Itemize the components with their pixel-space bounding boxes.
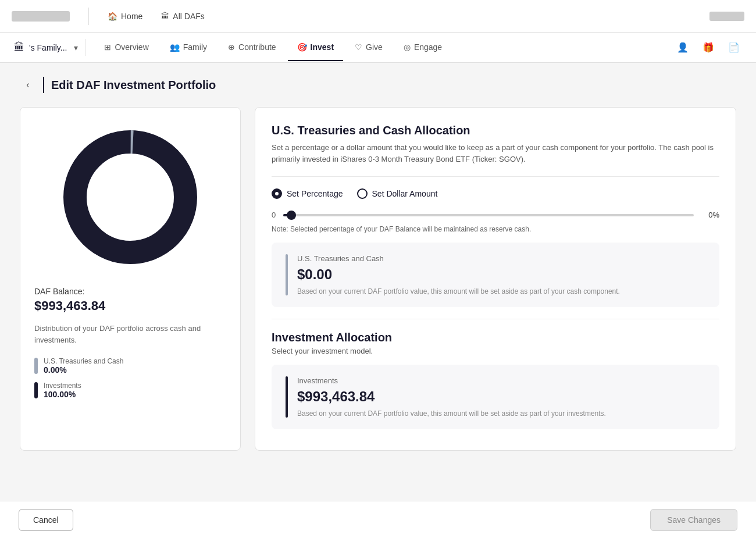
tab-contribute[interactable]: ⊕ Contribute: [219, 34, 286, 61]
top-nav: 🏠 Home 🏛 All DAFs: [0, 0, 756, 33]
legend-cash-name: U.S. Treasuries and Cash: [44, 357, 123, 365]
main-layout: DAF Balance: $993,463.84 Distribution of…: [20, 107, 736, 451]
slider-thumb[interactable]: [287, 211, 296, 220]
slider-note: Note: Selected percentage of your DAF Ba…: [272, 225, 719, 233]
tab-overview-label: Overview: [115, 42, 148, 52]
svg-point-0: [75, 142, 186, 252]
fund-selector[interactable]: 🏛 's Family... ▾: [12, 39, 85, 56]
investment-allocation-desc: Select your investment model.: [272, 347, 719, 355]
radio-percentage-label: Set Percentage: [287, 189, 343, 198]
tab-engage[interactable]: ◎ Engage: [394, 34, 451, 61]
tab-nav: 🏛 's Family... ▾ ⊞ Overview 👥 Family ⊕ C…: [0, 33, 756, 63]
daf-balance-label: DAF Balance:: [34, 287, 226, 296]
give-icon: ♡: [355, 42, 362, 52]
tab-nav-icons: 👤 🎁 📄: [672, 37, 744, 58]
top-nav-divider: [88, 8, 89, 25]
cash-card-value: $0.00: [297, 266, 620, 283]
cash-card-bar: [286, 254, 288, 295]
chevron-down-icon: ▾: [74, 43, 78, 52]
engage-icon: ◎: [404, 42, 411, 52]
gift-icon-btn[interactable]: 🎁: [698, 37, 719, 58]
legend-bar-cash: [34, 358, 38, 374]
home-icon: 🏠: [108, 12, 117, 21]
top-nav-logo: [12, 11, 70, 22]
tab-give[interactable]: ♡ Give: [345, 34, 392, 61]
home-link[interactable]: 🏠 Home: [103, 9, 147, 23]
tab-overview[interactable]: ⊞ Overview: [95, 34, 158, 61]
investments-card-desc: Based on your current DAF portfolio valu…: [297, 409, 606, 418]
cash-card-label: U.S. Treasuries and Cash: [297, 254, 620, 263]
radio-set-percentage[interactable]: Set Percentage: [272, 188, 343, 199]
bank-icon: 🏛: [161, 12, 169, 21]
radio-set-dollar[interactable]: Set Dollar Amount: [357, 188, 438, 199]
all-dafs-link[interactable]: 🏛 All DAFs: [156, 9, 209, 23]
cash-card-desc: Based on your current DAF portfolio valu…: [297, 287, 620, 295]
slider-min-label: 0: [272, 211, 276, 219]
donut-chart-wrapper: [34, 122, 226, 273]
document-icon-btn[interactable]: 📄: [723, 37, 744, 58]
donut-chart: [55, 122, 206, 273]
legend-cash: U.S. Treasuries and Cash 0.00%: [34, 357, 226, 375]
tab-invest-label: Invest: [311, 42, 334, 52]
investments-card-value: $993,463.84: [297, 389, 606, 405]
distribution-desc: Distribution of your DAF portfolio acros…: [34, 323, 226, 345]
cash-allocation-desc: Set a percentage or a dollar amount that…: [272, 142, 719, 165]
tab-engage-label: Engage: [414, 42, 442, 52]
legend-investments: Investments 100.00%: [34, 382, 226, 399]
legend-bar-investments: [34, 382, 38, 398]
tab-give-label: Give: [366, 42, 383, 52]
investments-card-bar: [286, 376, 288, 418]
daf-balance-value: $993,463.84: [34, 298, 226, 313]
invest-icon: 🎯: [297, 42, 307, 52]
section-divider-1: [272, 176, 719, 177]
cash-allocation-card: U.S. Treasuries and Cash $0.00 Based on …: [272, 243, 719, 307]
radio-circle-dollar: [357, 188, 368, 199]
fund-icon: 🏛: [14, 41, 24, 54]
legend-investments-pct: 100.00%: [44, 390, 81, 399]
tab-invest[interactable]: 🎯 Invest: [288, 34, 343, 61]
contribute-icon: ⊕: [228, 42, 235, 52]
radio-dollar-label: Set Dollar Amount: [372, 189, 438, 198]
legend-cash-pct: 0.00%: [44, 365, 123, 375]
section-divider-2: [272, 319, 719, 319]
slider-track[interactable]: [283, 214, 694, 216]
tab-family-label: Family: [183, 42, 207, 52]
all-dafs-label: All DAFs: [173, 12, 204, 21]
radio-group: Set Percentage Set Dollar Amount: [272, 188, 719, 199]
investments-allocation-card: Investments $993,463.84 Based on your cu…: [272, 365, 719, 429]
right-panel: U.S. Treasuries and Cash Allocation Set …: [255, 107, 736, 451]
cash-allocation-title: U.S. Treasuries and Cash Allocation: [272, 124, 719, 137]
family-icon: 👥: [170, 42, 180, 52]
slider-row: 0 0%: [272, 211, 719, 219]
left-panel: DAF Balance: $993,463.84 Distribution of…: [20, 107, 241, 451]
back-button[interactable]: ‹: [20, 77, 36, 93]
fund-name: 's Family...: [29, 43, 67, 52]
home-link-label: Home: [121, 12, 142, 21]
top-nav-right: [709, 12, 744, 21]
investment-allocation-title: Investment Allocation: [272, 331, 719, 344]
brand-logo: [709, 12, 744, 21]
overview-icon: ⊞: [104, 42, 111, 52]
legend-investments-name: Investments: [44, 382, 81, 390]
profile-icon-btn[interactable]: 👤: [672, 37, 693, 58]
balance-section: DAF Balance: $993,463.84: [34, 287, 226, 313]
header-divider: [43, 77, 44, 93]
page-title: Edit DAF Investment Portfolio: [51, 79, 216, 92]
tab-contribute-label: Contribute: [238, 42, 276, 52]
page-content: ‹ Edit DAF Investment Portfolio DAF Bala…: [6, 63, 750, 497]
page-header: ‹ Edit DAF Investment Portfolio: [20, 77, 736, 93]
radio-circle-percentage: [272, 188, 282, 199]
slider-value-label: 0%: [701, 211, 719, 219]
tab-family[interactable]: 👥 Family: [161, 34, 216, 61]
investments-card-label: Investments: [297, 376, 606, 385]
